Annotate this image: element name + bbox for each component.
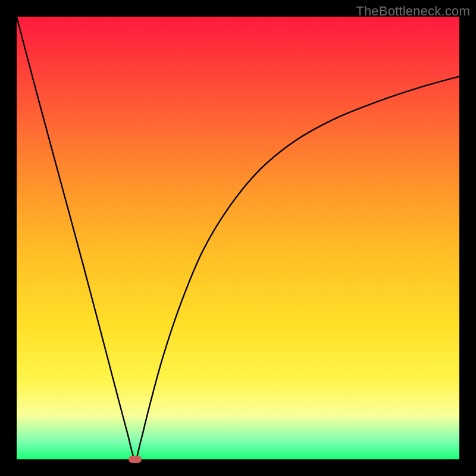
minimum-marker [129,456,142,463]
curve-path [17,17,459,459]
plot-area [17,17,459,459]
bottleneck-curve [17,17,459,459]
watermark-text: TheBottleneck.com [356,4,470,19]
chart-frame: TheBottleneck.com [0,0,476,476]
